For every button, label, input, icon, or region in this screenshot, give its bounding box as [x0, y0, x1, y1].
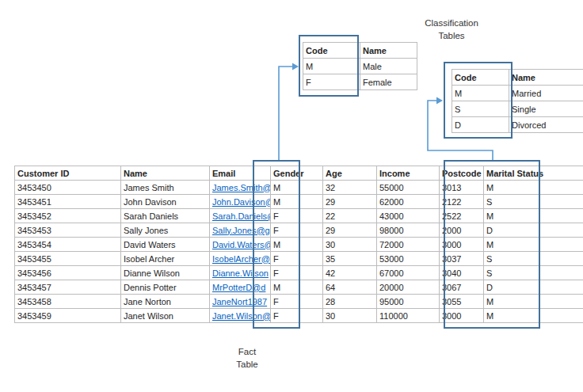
table-cell: 3453451: [15, 195, 121, 209]
table-cell: Male: [360, 59, 417, 74]
table-cell: 22: [323, 209, 377, 223]
fact-gender-column-highlight: [253, 160, 300, 329]
table-cell: 3453455: [15, 252, 121, 266]
table-cell: 43000: [377, 209, 440, 223]
table-cell: Single: [509, 101, 583, 117]
table-cell: 98000: [377, 223, 440, 238]
table-cell: 72000: [377, 238, 440, 252]
table-cell: 53000: [377, 252, 440, 266]
table-cell: 28: [323, 295, 377, 309]
arrowhead-icon: [292, 63, 299, 70]
table-cell: 55000: [377, 181, 440, 195]
table-cell: Female: [360, 74, 417, 90]
table-cell: Dennis Potter: [121, 280, 210, 295]
column-header: Age: [323, 166, 377, 181]
diagram-canvas: Classification Tables CodeNameMMaleFFema…: [0, 0, 583, 392]
table-cell: 42: [323, 266, 377, 280]
column-header: Name: [360, 43, 417, 59]
table-cell: 67000: [377, 266, 440, 280]
classification-label-line2: Tables: [408, 30, 495, 43]
classification-tables-label: Classification Tables: [408, 17, 495, 42]
table-cell: 62000: [377, 195, 440, 209]
table-cell: 20000: [377, 280, 440, 295]
column-header: Name: [121, 166, 210, 181]
table-cell: Sarah Daniels: [121, 209, 210, 223]
table-cell: Jane Norton: [121, 295, 210, 309]
table-cell: Isobel Archer: [121, 252, 210, 266]
table-cell: 64: [323, 280, 377, 295]
fact-label-line2: Table: [215, 359, 279, 371]
table-cell: Divorced: [509, 117, 583, 133]
table-cell: 35: [323, 252, 377, 266]
table-cell: 3453458: [15, 295, 121, 309]
table-cell: 30: [323, 238, 377, 252]
table-cell: Janet Wilson: [121, 309, 210, 323]
table-cell: 30: [323, 309, 377, 323]
table-cell: 3453453: [15, 223, 121, 238]
table-cell: 3453454: [15, 238, 121, 252]
table-cell: John Davison: [121, 195, 210, 209]
fact-table-label: Fact Table: [215, 346, 279, 371]
column-header: Customer ID: [15, 166, 121, 181]
table-cell: 110000: [377, 309, 440, 323]
table-cell: 29: [323, 195, 377, 209]
table-cell: 32: [323, 181, 377, 195]
gender-code-column-highlight: [299, 35, 359, 97]
table-cell: 3453450: [15, 181, 121, 195]
column-header: Name: [509, 70, 583, 86]
table-cell: James Smith: [121, 181, 210, 195]
table-cell: Dianne Wilson: [121, 266, 210, 280]
marital-code-column-highlight: [444, 62, 513, 139]
arrowhead-icon: [436, 97, 443, 105]
table-cell: 95000: [377, 295, 440, 309]
table-cell: 3453459: [15, 309, 121, 323]
fact-label-line1: Fact: [215, 346, 279, 359]
table-cell: 29: [323, 223, 377, 238]
table-cell: David Waters: [121, 238, 210, 252]
table-cell: Sally Jones: [121, 223, 210, 238]
table-cell: 3453456: [15, 266, 121, 280]
table-cell: Married: [509, 86, 583, 101]
classification-label-line1: Classification: [408, 17, 495, 30]
column-header: Income: [377, 166, 440, 181]
gender-relationship-connector: [279, 63, 299, 161]
fact-marital-column-highlight: [444, 160, 540, 329]
table-cell: 3453457: [15, 280, 121, 295]
table-cell: 3453452: [15, 209, 121, 223]
